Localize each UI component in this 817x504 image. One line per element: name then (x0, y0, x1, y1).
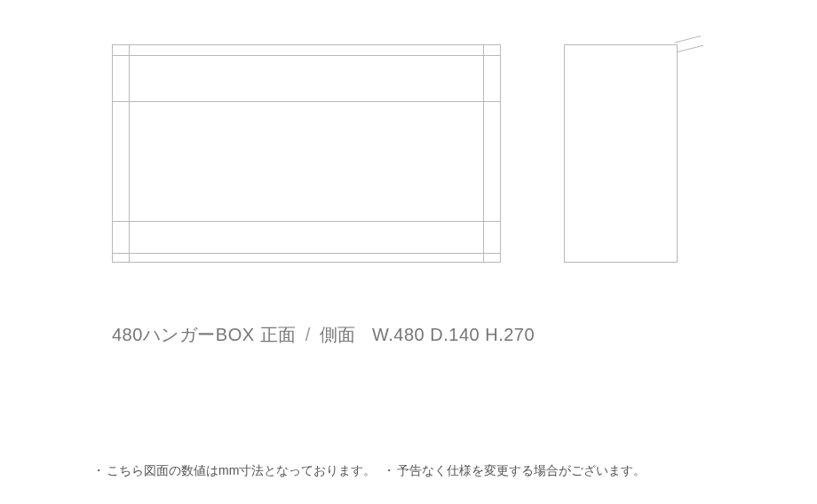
side-view-box (564, 44, 678, 263)
front-frame-right (483, 45, 484, 262)
footnote-line1: こちら図面の数値はmm寸法となっております。 (107, 463, 376, 477)
front-slat-bottom (113, 253, 500, 254)
front-frame-left (129, 45, 130, 262)
front-view-box (112, 44, 501, 263)
side-flap (675, 35, 703, 52)
product-dimensions: W.480 D.140 H.270 (372, 325, 535, 344)
front-slat-upper (113, 101, 500, 102)
bullet-icon: ・ (92, 463, 105, 477)
product-name: 480ハンガーBOX (112, 325, 255, 344)
footnote: ・こちら図面の数値はmm寸法となっております。・予告なく仕様を変更する場合がござ… (92, 461, 646, 480)
footnote-line2: 予告なく仕様を変更する場合がございます。 (397, 463, 646, 477)
diagram-canvas: 480ハンガーBOX 正面 / 側面 W.480 D.140 H.270 ・こち… (0, 0, 817, 504)
front-slat-lower (113, 221, 500, 222)
front-slat-top (113, 55, 500, 56)
product-caption: 480ハンガーBOX 正面 / 側面 W.480 D.140 H.270 (112, 323, 535, 347)
caption-slash: / (305, 325, 311, 344)
bullet-icon: ・ (383, 463, 395, 477)
view-side-label: 側面 (320, 325, 356, 344)
view-front-label: 正面 (260, 325, 297, 344)
